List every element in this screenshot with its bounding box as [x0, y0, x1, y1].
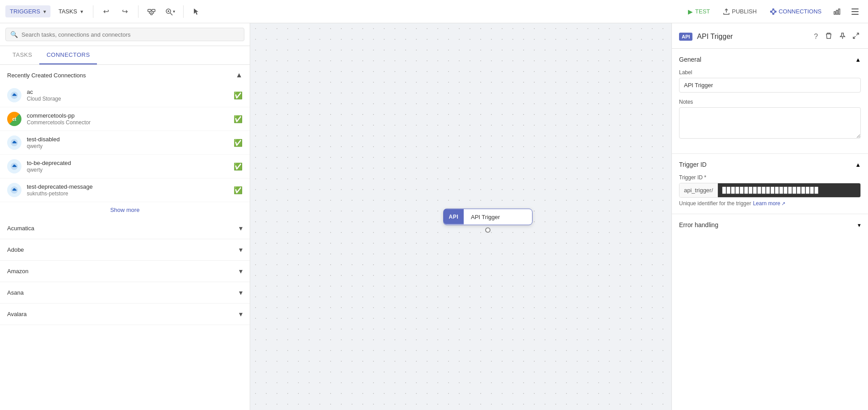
tab-connectors[interactable]: CONNECTORS [39, 46, 97, 64]
category-adobe-chevron-icon: ▾ [239, 245, 243, 254]
category-adobe-header[interactable]: Adobe ▾ [0, 239, 250, 260]
list-item[interactable]: test-disabled qwerty ✅ [0, 131, 250, 155]
publish-button[interactable]: PUBLISH [718, 5, 762, 17]
menu-button[interactable] [847, 4, 863, 19]
connections-label: CONNECTIONS [779, 8, 822, 15]
category-avalara-title: Avalara [7, 311, 27, 317]
category-avalara-header[interactable]: Avalara ▾ [0, 304, 250, 325]
delete-icon[interactable] [823, 30, 834, 43]
category-acumatica-header[interactable]: Acumatica ▾ [0, 218, 250, 239]
trigger-id-prefix: api_trigger/ [679, 183, 718, 197]
trigger-id-value-container: api_trigger/ ██████████████████████ [679, 183, 861, 198]
recently-created-chevron-icon: ▲ [235, 71, 243, 79]
svg-line-14 [774, 10, 775, 11]
search-icon: 🔍 [10, 31, 18, 38]
svg-line-15 [774, 12, 775, 13]
connection-icon: ct [7, 112, 21, 126]
pin-icon[interactable] [838, 30, 847, 43]
recently-created-header[interactable]: Recently Created Connections ▲ [0, 65, 250, 84]
redo-button[interactable]: ↪ [117, 4, 133, 19]
category-adobe-title: Adobe [7, 246, 24, 253]
category-asana-header[interactable]: Asana ▾ [0, 282, 250, 303]
test-button[interactable]: ▶ TEST [683, 5, 715, 18]
undo-button[interactable]: ↩ [99, 4, 114, 19]
connection-name: ac [27, 89, 228, 95]
category-amazon-chevron-icon: ▾ [239, 267, 243, 275]
canvas-area: API API Trigger [250, 23, 671, 410]
connection-name: test-deprecated-message [27, 183, 228, 190]
connection-status-icon: ✅ [234, 139, 243, 147]
notes-field-label: Notes [679, 99, 861, 105]
svg-rect-1 [152, 9, 155, 12]
connection-name: test-disabled [27, 136, 228, 143]
connection-icon [7, 88, 21, 102]
show-more-link[interactable]: Show more [0, 202, 250, 218]
triggers-caret: ▾ [43, 8, 46, 15]
general-section: General ▲ Label Notes [672, 49, 868, 154]
error-handling-header[interactable]: Error handling ▾ [679, 221, 861, 228]
zoom-caret: ▾ [173, 9, 175, 14]
error-handling-chevron-icon: ▾ [858, 222, 861, 228]
layout-button[interactable] [144, 4, 159, 19]
top-toolbar: TRIGGERS ▾ TASKS ▾ ↩ ↪ ▾ ▶ [0, 0, 868, 23]
svg-point-11 [775, 11, 776, 12]
tab-tasks[interactable]: TASKS [5, 46, 39, 64]
category-avalara-chevron-icon: ▾ [239, 310, 243, 318]
triggers-button[interactable]: TRIGGERS ▾ [5, 5, 50, 17]
category-acumatica: Acumatica ▾ [0, 218, 250, 239]
list-item[interactable]: to-be-deprecated qwerty ✅ [0, 155, 250, 178]
notes-textarea[interactable] [679, 107, 861, 139]
list-item[interactable]: ac Cloud Storage ✅ [0, 84, 250, 107]
svg-rect-19 [839, 9, 840, 14]
tasks-label: TASKS [59, 8, 77, 15]
publish-label: PUBLISH [732, 8, 757, 15]
api-trigger-label: API Trigger [464, 209, 507, 224]
recently-created-title: Recently Created Connections [7, 72, 86, 79]
list-item[interactable]: ct commercetools-pp Commercetools Connec… [0, 107, 250, 131]
trigger-id-help-text: Unique identifier for the trigger [679, 200, 751, 207]
connection-icon [7, 183, 21, 197]
right-panel-header: API API Trigger ? [672, 23, 868, 49]
external-link-icon: ↗ [781, 201, 785, 207]
learn-more-link[interactable]: Learn more ↗ [753, 200, 785, 207]
svg-rect-20 [851, 8, 859, 9]
api-badge: API [679, 33, 692, 41]
general-section-chevron-icon: ▲ [855, 56, 861, 63]
connection-status-icon: ✅ [234, 186, 243, 194]
label-input[interactable] [679, 78, 861, 93]
category-adobe: Adobe ▾ [0, 239, 250, 261]
error-handling-section: Error handling ▾ [672, 214, 868, 236]
pointer-button[interactable] [189, 4, 204, 19]
svg-rect-17 [834, 12, 835, 14]
search-input[interactable] [21, 31, 239, 38]
notes-field: Notes [679, 99, 861, 140]
list-item[interactable]: test-deprecated-message sukruths-petstor… [0, 178, 250, 202]
zoom-button[interactable]: ▾ [163, 4, 178, 19]
category-avalara: Avalara ▾ [0, 304, 250, 325]
main-layout: 🔍 TASKS CONNECTORS Recently Created Conn… [0, 23, 868, 410]
trigger-id-header[interactable]: Trigger ID ▲ [679, 161, 861, 168]
connection-info: test-deprecated-message sukruths-petstor… [27, 183, 228, 197]
category-asana: Asana ▾ [0, 282, 250, 304]
search-area: 🔍 [0, 23, 250, 46]
connection-icon [7, 159, 21, 173]
analytics-button[interactable] [830, 4, 845, 19]
category-asana-chevron-icon: ▾ [239, 288, 243, 297]
connection-icon [7, 135, 21, 150]
general-section-header[interactable]: General ▲ [679, 56, 861, 63]
trigger-id-hash: ██████████████████████ [718, 183, 860, 197]
api-trigger-node[interactable]: API API Trigger [443, 208, 533, 225]
trigger-connector-dot [485, 227, 491, 232]
help-icon[interactable]: ? [812, 31, 820, 42]
label-field-label: Label [679, 69, 861, 76]
svg-rect-18 [836, 10, 838, 14]
left-sidebar: 🔍 TASKS CONNECTORS Recently Created Conn… [0, 23, 250, 410]
toolbar-divider-1 [93, 5, 93, 18]
category-amazon-header[interactable]: Amazon ▾ [0, 261, 250, 282]
expand-icon[interactable] [851, 31, 861, 42]
general-section-title: General [679, 56, 701, 63]
category-acumatica-title: Acumatica [7, 225, 34, 232]
connections-button[interactable]: CONNECTIONS [765, 5, 827, 17]
tasks-button[interactable]: TASKS ▾ [54, 5, 88, 17]
connection-status-icon: ✅ [234, 162, 243, 171]
